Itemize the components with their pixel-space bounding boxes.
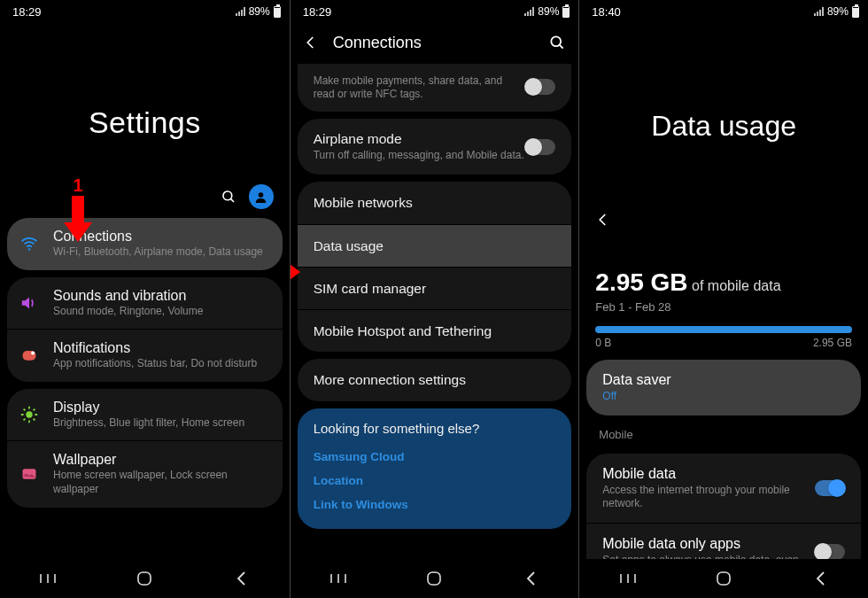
toggle-nfc[interactable]	[525, 79, 555, 95]
row-hotspot[interactable]: Mobile Hotspot and Tethering	[298, 309, 572, 352]
battery-icon	[852, 6, 859, 18]
link-windows[interactable]: Link to Windows	[314, 493, 556, 516]
row-mobile-data[interactable]: Mobile data Access the internet through …	[586, 454, 861, 523]
group-airplane: Airplane mode Turn off calling, messagin…	[298, 119, 572, 175]
row-display[interactable]: Display Brightness, Blue light filter, H…	[7, 389, 283, 441]
battery-icon	[562, 6, 570, 18]
settings-card-sounds-notifications: Sounds and vibration Sound mode, Rington…	[7, 277, 283, 382]
row-sounds[interactable]: Sounds and vibration Sound mode, Rington…	[7, 277, 283, 330]
nav-home-icon[interactable]	[135, 569, 154, 588]
row-mobile-networks[interactable]: Mobile networks	[298, 182, 572, 224]
svg-line-21	[560, 45, 563, 49]
notification-icon	[18, 346, 41, 364]
data-amount: 2.95 GB of mobile data	[579, 268, 868, 297]
svg-line-13	[34, 409, 35, 411]
battery-icon	[274, 6, 281, 18]
phone-screen-1: 18:29 89% Settings 1 Connections Wi-Fi, …	[0, 0, 290, 598]
group-more: More connection settings	[298, 359, 572, 401]
row-sim-manager[interactable]: SIM card manager	[298, 267, 572, 309]
row-data-saver[interactable]: Data saver Off	[586, 360, 861, 415]
battery-pct: 89%	[249, 5, 270, 18]
suggestion-card: Looking for something else? Samsung Clou…	[298, 408, 572, 529]
brightness-icon	[18, 405, 41, 424]
nav-back-icon[interactable]	[231, 569, 251, 588]
status-time: 18:29	[303, 5, 332, 19]
card-data-saver: Data saver Off	[586, 360, 861, 415]
status-right: 89%	[236, 5, 281, 18]
toggle-mobile-data[interactable]	[815, 480, 845, 496]
nav-back-icon[interactable]	[810, 569, 830, 588]
nav-bar	[579, 559, 868, 598]
group-nfc: Make mobile payments, share data, and re…	[298, 64, 572, 112]
nav-back-icon[interactable]	[521, 569, 540, 588]
nav-recent-icon[interactable]	[38, 569, 58, 588]
nav-home-icon[interactable]	[424, 569, 444, 588]
svg-rect-19	[138, 572, 151, 585]
status-bar: 18:29 89%	[291, 0, 579, 21]
row-wallpaper[interactable]: Wallpaper Home screen wallpaper, Lock sc…	[7, 440, 283, 507]
svg-line-1	[230, 198, 234, 202]
row-nfc[interactable]: Make mobile payments, share data, and re…	[298, 64, 572, 112]
status-time: 18:29	[12, 5, 42, 19]
back-icon[interactable]	[303, 35, 319, 50]
row-more-settings[interactable]: More connection settings	[298, 359, 572, 401]
nav-recent-icon[interactable]	[618, 569, 638, 588]
page-title: Data usage	[579, 110, 868, 143]
svg-line-14	[24, 419, 26, 421]
settings-card-connections: Connections Wi-Fi, Bluetooth, Airplane m…	[7, 218, 283, 270]
phone-screen-2: 18:29 89% Connections Make mobile paymen…	[290, 0, 579, 598]
status-time: 18:40	[592, 5, 621, 19]
row-airplane[interactable]: Airplane mode Turn off calling, messagin…	[298, 119, 572, 175]
section-label: Mobile	[579, 426, 868, 443]
row-sub: Wi-Fi, Bluetooth, Airplane mode, Data us…	[53, 245, 268, 260]
volume-icon	[18, 293, 41, 313]
phone-screen-3: 18:40 89% Data usage 2.95 GB of mobile d…	[578, 0, 868, 598]
header: Connections	[291, 21, 579, 64]
svg-point-0	[223, 191, 232, 200]
svg-point-20	[552, 36, 562, 46]
svg-point-5	[31, 352, 35, 355]
page-title: Connections	[333, 34, 535, 52]
link-samsung-cloud[interactable]: Samsung Cloud	[314, 445, 556, 469]
date-range: Feb 1 - Feb 28	[579, 300, 868, 314]
row-data-usage[interactable]: Data usage	[298, 224, 572, 267]
usage-bar[interactable]	[595, 326, 852, 333]
svg-rect-25	[428, 572, 440, 585]
svg-rect-29	[717, 572, 730, 585]
nav-home-icon[interactable]	[714, 569, 733, 588]
svg-line-12	[34, 419, 35, 421]
toggle-airplane[interactable]	[525, 139, 555, 155]
wallpaper-icon	[18, 465, 41, 483]
svg-point-6	[26, 411, 32, 417]
settings-card-display-wallpaper: Display Brightness, Blue light filter, H…	[7, 389, 283, 508]
row-notifications[interactable]: Notifications App notifications, Status …	[7, 329, 283, 382]
group-network: Mobile networks Data usage SIM card mana…	[298, 182, 572, 352]
account-icon[interactable]	[249, 184, 274, 209]
status-bar: 18:29 89%	[0, 0, 290, 21]
toggle-mobile-only[interactable]	[815, 544, 845, 560]
nav-bar	[0, 559, 290, 598]
svg-rect-15	[23, 470, 36, 480]
row-connections[interactable]: Connections Wi-Fi, Bluetooth, Airplane m…	[7, 218, 283, 270]
back-icon[interactable]	[579, 196, 868, 233]
nav-bar	[291, 559, 579, 598]
nav-recent-icon[interactable]	[329, 569, 348, 588]
wifi-icon	[18, 234, 41, 253]
svg-line-11	[24, 409, 26, 411]
status-bar: 18:40 89%	[579, 0, 868, 21]
search-icon[interactable]	[221, 189, 236, 205]
search-icon[interactable]	[548, 34, 566, 51]
svg-point-2	[259, 192, 264, 198]
row-title: Connections	[53, 229, 268, 245]
page-title: Settings	[0, 105, 290, 140]
svg-point-3	[28, 249, 30, 251]
link-location[interactable]: Location	[314, 469, 556, 493]
